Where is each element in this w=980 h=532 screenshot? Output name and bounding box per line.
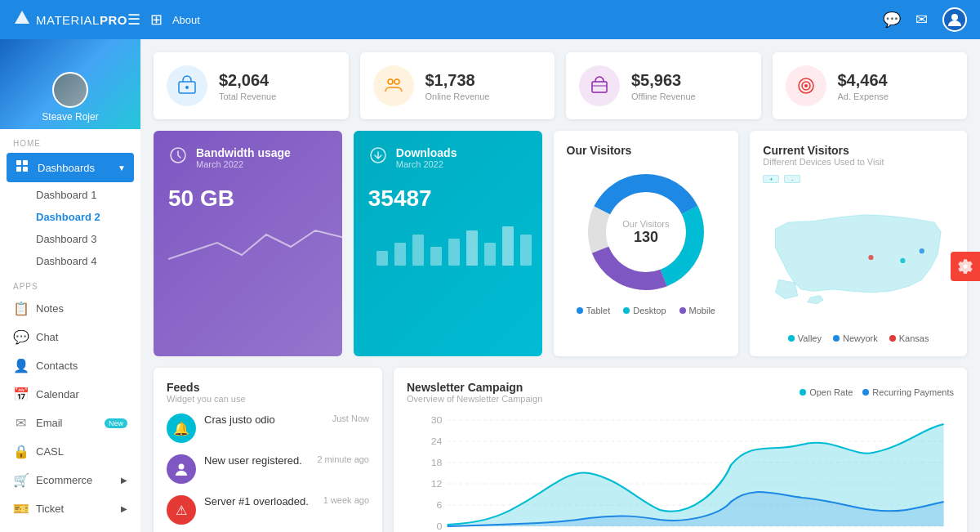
svg-point-31 <box>869 255 874 260</box>
svg-point-29 <box>901 258 906 263</box>
stat-card-ad-expense: $4,464 Ad. Expense <box>773 52 968 119</box>
downloads-header: Downloads March 2022 <box>368 145 528 169</box>
bandwidth-subtitle: March 2022 <box>196 159 291 169</box>
svg-rect-24 <box>520 235 532 266</box>
bandwidth-icon <box>168 145 188 169</box>
chat-label: Chat <box>36 331 127 343</box>
open-rate-dot <box>800 389 806 396</box>
email-label: Email <box>36 417 93 429</box>
feed-text-2: New user registered. <box>204 454 302 467</box>
recurring-label: Recurring Payments <box>872 387 954 397</box>
avatar-image <box>54 74 87 106</box>
feeds-card: Feeds Widget you can use 🔔 Cras justo od… <box>154 368 382 532</box>
feed-time-1: Just Now <box>332 414 369 423</box>
svg-rect-10 <box>592 82 607 92</box>
svg-point-9 <box>394 79 399 84</box>
map-legend: Valley Newyork Kansas <box>763 333 954 343</box>
svg-rect-18 <box>412 235 424 266</box>
dashboards-label: Dashboards <box>38 162 109 174</box>
svg-rect-19 <box>430 247 442 266</box>
mobile-dot <box>679 307 686 314</box>
stat-info-online-revenue: $1,738 Online Revenue <box>425 71 490 101</box>
svg-rect-2 <box>16 160 21 165</box>
calendar-label: Calendar <box>36 388 127 400</box>
logo-icon <box>13 9 31 31</box>
svg-text:30: 30 <box>431 416 443 425</box>
feed-item-2: New user registered. 2 minute ago <box>167 454 369 484</box>
sidebar-item-ticket[interactable]: 🎫 Ticket ▶ <box>0 494 140 523</box>
newyork-dot <box>833 335 840 342</box>
svg-rect-17 <box>394 243 406 266</box>
sidebar-item-notes[interactable]: 📋 Notes <box>0 294 140 323</box>
stat-info-offline-revenue: $5,963 Offline Revenue <box>631 71 696 101</box>
ad-expense-icon <box>786 65 826 106</box>
total-revenue-icon <box>167 65 207 106</box>
sidebar-sub-dashboard4[interactable]: Dashboard 4 <box>0 250 140 272</box>
sidebar-item-contacts[interactable]: 👤 Contacts <box>0 351 140 380</box>
stat-card-offline-revenue: $5,963 Offline Revenue <box>566 52 761 119</box>
sidebar-sub-dashboard1[interactable]: Dashboard 1 <box>0 184 140 206</box>
stat-cards: $2,064 Total Revenue $1,738 Online Reven… <box>154 52 967 119</box>
settings-fab[interactable] <box>951 252 980 281</box>
map-zoom-in[interactable]: + <box>763 175 779 183</box>
valley-label: Valley <box>798 333 822 343</box>
contacts-label: Contacts <box>36 360 127 372</box>
downloads-icon <box>368 145 388 169</box>
svg-text:18: 18 <box>431 458 443 467</box>
logo-text: MATERIALPRO <box>36 13 127 27</box>
recurring-dot <box>862 389 869 396</box>
username: Steave Rojer <box>42 111 98 123</box>
casl-label: CASL <box>36 445 127 458</box>
sidebar-item-ecommerce[interactable]: 🛒 Ecommerce ▶ <box>0 466 140 494</box>
newsletter-chart: 30 24 18 12 6 0 1 2 3 4 5 6 7 <box>407 412 954 532</box>
kansas-label: Kansas <box>899 333 929 343</box>
ecommerce-icon: 🛒 <box>13 472 28 488</box>
feed-time-2: 2 minute ago <box>317 454 369 464</box>
feed-avatar-2 <box>167 454 196 484</box>
downloads-card: Downloads March 2022 35487 <box>354 131 542 356</box>
feed-content-1: Cras justo odio Just Now <box>204 414 369 426</box>
feed-item-1: 🔔 Cras justo odio Just Now <box>167 414 369 443</box>
email-badge: New <box>105 418 127 428</box>
menu-icon[interactable]: ☰ <box>127 11 140 29</box>
about-link[interactable]: About <box>172 14 200 26</box>
newsletter-title-group: Newsletter Campaign Overview of Newslett… <box>407 381 542 404</box>
sidebar-sub-dashboard3[interactable]: Dashboard 3 <box>0 228 140 250</box>
feeds-title: Feeds <box>167 381 369 394</box>
legend-desktop: Desktop <box>623 306 666 315</box>
calendar-icon: 📅 <box>13 387 28 402</box>
bandwidth-header: Bandwidth usage March 2022 <box>168 145 327 169</box>
bandwidth-value: 50 GB <box>168 186 327 212</box>
ecommerce-label: Ecommerce <box>36 474 113 486</box>
online-revenue-label: Online Revenue <box>425 92 490 101</box>
chat-sidebar-icon: 💬 <box>13 329 28 345</box>
svg-rect-16 <box>376 251 388 266</box>
current-visitors-title: Current Visitors <box>763 144 954 157</box>
topnav-right: 💬 ✉ <box>883 7 967 32</box>
chat-icon[interactable]: 💬 <box>883 11 901 29</box>
donut-center-value: 130 <box>622 229 669 246</box>
sidebar-item-casl[interactable]: 🔒 CASL <box>0 437 140 466</box>
avatar <box>52 72 88 108</box>
feeds-subtitle: Widget you can use <box>167 394 369 404</box>
legend-recurring: Recurring Payments <box>862 387 954 397</box>
sidebar-item-email[interactable]: ✉ Email New <box>0 409 140 437</box>
sidebar-item-calendar[interactable]: 📅 Calendar <box>0 380 140 409</box>
user-avatar[interactable] <box>942 7 967 32</box>
online-revenue-value: $1,738 <box>425 71 490 90</box>
total-revenue-label: Total Revenue <box>219 92 276 101</box>
grid-icon[interactable]: ⊞ <box>150 11 163 29</box>
topnav: MATERIALPRO ☰ ⊞ About 💬 ✉ <box>0 0 980 39</box>
sidebar-item-dashboards[interactable]: Dashboards ▼ <box>7 153 134 182</box>
sidebar-item-chat[interactable]: 💬 Chat <box>0 323 140 351</box>
downloads-title-group: Downloads March 2022 <box>396 146 457 169</box>
svg-point-1 <box>951 14 958 20</box>
feed-time-3: 1 week ago <box>323 495 369 505</box>
stat-info-total-revenue: $2,064 Total Revenue <box>219 71 276 101</box>
mail-icon[interactable]: ✉ <box>915 11 928 29</box>
downloads-chart <box>368 218 528 270</box>
map-zoom-out[interactable]: - <box>784 175 800 183</box>
downloads-title: Downloads <box>396 146 457 159</box>
sidebar-sub-dashboard2[interactable]: Dashboard 2 <box>0 206 140 228</box>
offline-revenue-label: Offline Revenue <box>631 92 696 101</box>
